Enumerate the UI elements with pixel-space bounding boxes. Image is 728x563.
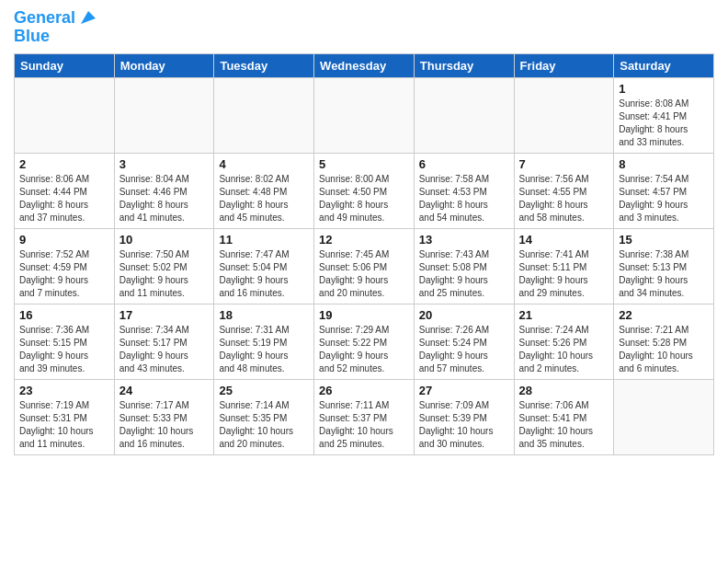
day-info: Sunrise: 7:21 AM Sunset: 5:28 PM Dayligh… bbox=[619, 324, 709, 375]
day-cell: 27Sunrise: 7:09 AM Sunset: 5:39 PM Dayli… bbox=[414, 379, 514, 454]
day-number: 20 bbox=[419, 308, 509, 322]
day-cell: 11Sunrise: 7:47 AM Sunset: 5:04 PM Dayli… bbox=[214, 228, 314, 304]
day-cell: 10Sunrise: 7:50 AM Sunset: 5:02 PM Dayli… bbox=[114, 228, 214, 304]
day-number: 27 bbox=[419, 384, 509, 397]
day-info: Sunrise: 7:06 AM Sunset: 5:41 PM Dayligh… bbox=[519, 399, 609, 451]
logo-text: General bbox=[14, 9, 75, 28]
day-info: Sunrise: 7:56 AM Sunset: 4:55 PM Dayligh… bbox=[519, 173, 609, 224]
weekday-header-saturday: Saturday bbox=[614, 53, 714, 77]
day-info: Sunrise: 7:58 AM Sunset: 4:53 PM Dayligh… bbox=[419, 173, 509, 224]
day-info: Sunrise: 7:17 AM Sunset: 5:33 PM Dayligh… bbox=[119, 399, 210, 451]
day-number: 13 bbox=[419, 233, 509, 247]
day-number: 28 bbox=[519, 384, 609, 397]
day-number: 9 bbox=[19, 233, 109, 247]
day-cell bbox=[314, 77, 415, 153]
weekday-header-monday: Monday bbox=[114, 53, 214, 77]
svg-marker-0 bbox=[81, 11, 96, 24]
day-number: 11 bbox=[219, 233, 309, 247]
week-row-5: 23Sunrise: 7:19 AM Sunset: 5:31 PM Dayli… bbox=[15, 379, 714, 454]
day-info: Sunrise: 8:02 AM Sunset: 4:48 PM Dayligh… bbox=[219, 173, 309, 224]
day-info: Sunrise: 7:43 AM Sunset: 5:08 PM Dayligh… bbox=[419, 248, 509, 300]
day-cell bbox=[214, 77, 314, 153]
day-info: Sunrise: 7:31 AM Sunset: 5:19 PM Dayligh… bbox=[219, 324, 309, 375]
day-number: 3 bbox=[119, 157, 210, 171]
day-number: 5 bbox=[319, 157, 409, 171]
day-cell: 21Sunrise: 7:24 AM Sunset: 5:26 PM Dayli… bbox=[514, 304, 614, 379]
day-cell bbox=[114, 77, 214, 153]
day-number: 15 bbox=[619, 233, 709, 247]
week-row-4: 16Sunrise: 7:36 AM Sunset: 5:15 PM Dayli… bbox=[15, 304, 714, 379]
day-number: 1 bbox=[619, 82, 709, 96]
day-info: Sunrise: 8:04 AM Sunset: 4:46 PM Dayligh… bbox=[119, 173, 210, 224]
day-cell: 23Sunrise: 7:19 AM Sunset: 5:31 PM Dayli… bbox=[15, 379, 115, 454]
day-cell: 12Sunrise: 7:45 AM Sunset: 5:06 PM Dayli… bbox=[314, 228, 415, 304]
calendar-table: SundayMondayTuesdayWednesdayThursdayFrid… bbox=[14, 53, 714, 455]
day-cell: 7Sunrise: 7:56 AM Sunset: 4:55 PM Daylig… bbox=[514, 153, 614, 228]
header: General Blue bbox=[14, 9, 714, 46]
day-cell: 8Sunrise: 7:54 AM Sunset: 4:57 PM Daylig… bbox=[614, 153, 714, 228]
day-info: Sunrise: 7:50 AM Sunset: 5:02 PM Dayligh… bbox=[119, 248, 210, 300]
day-info: Sunrise: 7:54 AM Sunset: 4:57 PM Dayligh… bbox=[619, 173, 709, 224]
week-row-1: 1Sunrise: 8:08 AM Sunset: 4:41 PM Daylig… bbox=[15, 77, 714, 153]
day-info: Sunrise: 7:47 AM Sunset: 5:04 PM Dayligh… bbox=[219, 248, 309, 300]
logo-icon bbox=[77, 7, 97, 28]
weekday-header-wednesday: Wednesday bbox=[314, 53, 415, 77]
day-cell: 22Sunrise: 7:21 AM Sunset: 5:28 PM Dayli… bbox=[614, 304, 714, 379]
day-number: 23 bbox=[19, 384, 109, 397]
day-cell: 3Sunrise: 8:04 AM Sunset: 4:46 PM Daylig… bbox=[114, 153, 214, 228]
day-cell: 6Sunrise: 7:58 AM Sunset: 4:53 PM Daylig… bbox=[414, 153, 514, 228]
day-info: Sunrise: 8:00 AM Sunset: 4:50 PM Dayligh… bbox=[319, 173, 409, 224]
day-cell: 19Sunrise: 7:29 AM Sunset: 5:22 PM Dayli… bbox=[314, 304, 415, 379]
day-info: Sunrise: 7:38 AM Sunset: 5:13 PM Dayligh… bbox=[619, 248, 709, 300]
day-info: Sunrise: 8:08 AM Sunset: 4:41 PM Dayligh… bbox=[619, 98, 709, 149]
day-info: Sunrise: 7:45 AM Sunset: 5:06 PM Dayligh… bbox=[319, 248, 409, 300]
day-cell: 4Sunrise: 8:02 AM Sunset: 4:48 PM Daylig… bbox=[214, 153, 314, 228]
logo: General Blue bbox=[14, 9, 97, 46]
day-info: Sunrise: 7:34 AM Sunset: 5:17 PM Dayligh… bbox=[119, 324, 210, 375]
day-cell bbox=[414, 77, 514, 153]
day-info: Sunrise: 7:11 AM Sunset: 5:37 PM Dayligh… bbox=[319, 399, 409, 451]
day-info: Sunrise: 7:36 AM Sunset: 5:15 PM Dayligh… bbox=[19, 324, 109, 375]
day-cell bbox=[614, 379, 714, 454]
week-row-3: 9Sunrise: 7:52 AM Sunset: 4:59 PM Daylig… bbox=[15, 228, 714, 304]
day-cell: 2Sunrise: 8:06 AM Sunset: 4:44 PM Daylig… bbox=[15, 153, 115, 228]
day-number: 22 bbox=[619, 308, 709, 322]
day-number: 19 bbox=[319, 308, 409, 322]
day-cell: 17Sunrise: 7:34 AM Sunset: 5:17 PM Dayli… bbox=[114, 304, 214, 379]
weekday-header-row: SundayMondayTuesdayWednesdayThursdayFrid… bbox=[15, 53, 714, 77]
day-info: Sunrise: 7:09 AM Sunset: 5:39 PM Dayligh… bbox=[419, 399, 509, 451]
week-row-2: 2Sunrise: 8:06 AM Sunset: 4:44 PM Daylig… bbox=[15, 153, 714, 228]
day-info: Sunrise: 7:19 AM Sunset: 5:31 PM Dayligh… bbox=[19, 399, 109, 451]
day-info: Sunrise: 7:24 AM Sunset: 5:26 PM Dayligh… bbox=[519, 324, 609, 375]
day-info: Sunrise: 7:29 AM Sunset: 5:22 PM Dayligh… bbox=[319, 324, 409, 375]
day-number: 2 bbox=[19, 157, 109, 171]
day-number: 12 bbox=[319, 233, 409, 247]
day-info: Sunrise: 8:06 AM Sunset: 4:44 PM Dayligh… bbox=[19, 173, 109, 224]
weekday-header-sunday: Sunday bbox=[15, 53, 115, 77]
day-cell bbox=[15, 77, 115, 153]
day-cell: 26Sunrise: 7:11 AM Sunset: 5:37 PM Dayli… bbox=[314, 379, 415, 454]
day-cell: 14Sunrise: 7:41 AM Sunset: 5:11 PM Dayli… bbox=[514, 228, 614, 304]
day-cell: 25Sunrise: 7:14 AM Sunset: 5:35 PM Dayli… bbox=[214, 379, 314, 454]
day-cell: 1Sunrise: 8:08 AM Sunset: 4:41 PM Daylig… bbox=[614, 77, 714, 153]
page: General Blue SundayMondayTuesdayWednesda… bbox=[0, 0, 728, 563]
day-info: Sunrise: 7:14 AM Sunset: 5:35 PM Dayligh… bbox=[219, 399, 309, 451]
day-cell bbox=[514, 77, 614, 153]
day-number: 24 bbox=[119, 384, 210, 397]
day-number: 10 bbox=[119, 233, 210, 247]
day-cell: 15Sunrise: 7:38 AM Sunset: 5:13 PM Dayli… bbox=[614, 228, 714, 304]
day-number: 7 bbox=[519, 157, 609, 171]
weekday-header-tuesday: Tuesday bbox=[214, 53, 314, 77]
day-number: 21 bbox=[519, 308, 609, 322]
logo-text2: Blue bbox=[14, 28, 97, 46]
day-cell: 16Sunrise: 7:36 AM Sunset: 5:15 PM Dayli… bbox=[15, 304, 115, 379]
day-info: Sunrise: 7:41 AM Sunset: 5:11 PM Dayligh… bbox=[519, 248, 609, 300]
weekday-header-friday: Friday bbox=[514, 53, 614, 77]
day-number: 17 bbox=[119, 308, 210, 322]
weekday-header-thursday: Thursday bbox=[414, 53, 514, 77]
day-cell: 20Sunrise: 7:26 AM Sunset: 5:24 PM Dayli… bbox=[414, 304, 514, 379]
day-number: 18 bbox=[219, 308, 309, 322]
day-cell: 28Sunrise: 7:06 AM Sunset: 5:41 PM Dayli… bbox=[514, 379, 614, 454]
day-cell: 18Sunrise: 7:31 AM Sunset: 5:19 PM Dayli… bbox=[214, 304, 314, 379]
day-number: 25 bbox=[219, 384, 309, 397]
